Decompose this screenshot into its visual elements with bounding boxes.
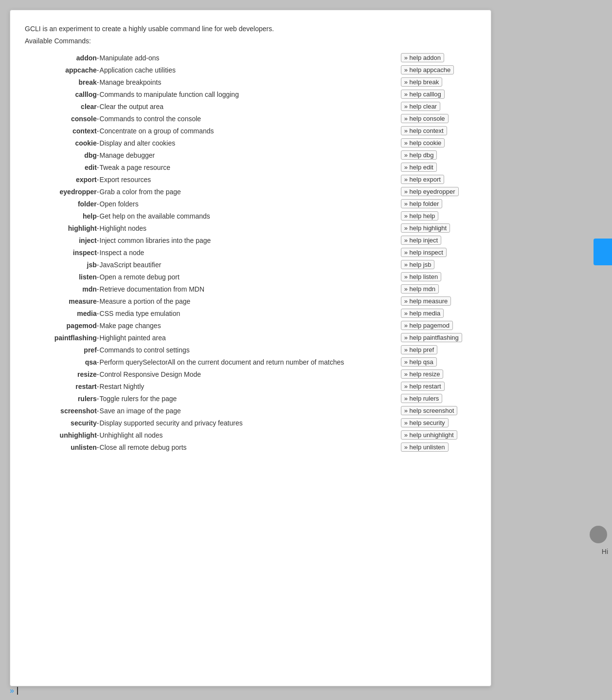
- command-name: addon: [25, 52, 97, 64]
- command-name: inspect: [25, 246, 97, 258]
- command-help-link[interactable]: » help unlisten: [401, 442, 449, 452]
- command-help-link[interactable]: » help resize: [401, 369, 444, 379]
- command-help-link[interactable]: » help media: [401, 309, 444, 318]
- command-name: help: [25, 210, 97, 222]
- command-name: console: [25, 112, 97, 125]
- table-row: media-CSS media type emulation» help med…: [25, 307, 476, 319]
- command-help-link[interactable]: » help jsb: [401, 260, 435, 269]
- command-help-link[interactable]: » help screenshot: [401, 406, 458, 415]
- command-name: clear: [25, 100, 97, 112]
- command-description: Retrieve documentation from MDN: [100, 283, 401, 295]
- command-name: qsa: [25, 356, 97, 368]
- command-description: Highlight nodes: [100, 222, 401, 234]
- command-help-link[interactable]: » help inspect: [401, 248, 447, 257]
- command-help-cell: » help unlisten: [401, 441, 476, 453]
- table-row: export-Export resources» help export: [25, 173, 476, 185]
- command-description: Save an image of the page: [100, 405, 401, 417]
- command-help-link[interactable]: » help calllog: [401, 90, 445, 99]
- blue-tab: [594, 239, 612, 265]
- command-help-cell: » help dbg: [401, 149, 476, 161]
- command-name: edit: [25, 161, 97, 173]
- table-row: pref-Commands to control settings» help …: [25, 344, 476, 356]
- table-row: calllog-Commands to manipulate function …: [25, 88, 476, 100]
- command-help-cell: » help context: [401, 125, 476, 137]
- command-help-link[interactable]: » help clear: [401, 102, 440, 111]
- command-help-link[interactable]: » help qsa: [401, 357, 437, 367]
- table-row: rulers-Toggle rulers for the page» help …: [25, 392, 476, 405]
- command-description: Unhighlight all nodes: [100, 429, 401, 441]
- command-name: break: [25, 76, 97, 88]
- command-description: Control Responsive Design Mode: [100, 368, 401, 380]
- cursor: [17, 687, 18, 695]
- table-row: unhighlight-Unhighlight all nodes» help …: [25, 429, 476, 441]
- command-help-link[interactable]: » help restart: [401, 382, 445, 391]
- command-help-cell: » help export: [401, 173, 476, 185]
- command-description: Measure a portion of the page: [100, 295, 401, 307]
- command-help-link[interactable]: » help folder: [401, 199, 443, 208]
- table-row: break-Manage breakpoints» help break: [25, 76, 476, 88]
- table-row: unlisten-Close all remote debug ports» h…: [25, 441, 476, 453]
- command-name: mdn: [25, 283, 97, 295]
- table-row: inject-Inject common libraries into the …: [25, 234, 476, 246]
- command-help-link[interactable]: » help context: [401, 126, 447, 135]
- command-help-link[interactable]: » help appcache: [401, 65, 454, 74]
- command-description: Inspect a node: [100, 246, 401, 258]
- command-description: Grab a color from the page: [100, 185, 401, 198]
- main-panel: GCLI is an experiment to create a highly…: [10, 10, 491, 686]
- table-row: console-Commands to control the console»…: [25, 112, 476, 125]
- command-help-link[interactable]: » help console: [401, 114, 449, 123]
- command-help-cell: » help cookie: [401, 137, 476, 149]
- command-description: Close all remote debug ports: [100, 441, 401, 453]
- command-description: JavaScript beautifier: [100, 258, 401, 271]
- command-help-link[interactable]: » help inject: [401, 236, 441, 245]
- command-help-link[interactable]: » help listen: [401, 272, 441, 281]
- table-row: measure-Measure a portion of the page» h…: [25, 295, 476, 307]
- command-help-link[interactable]: » help rulers: [401, 394, 443, 403]
- table-row: edit-Tweak a page resource» help edit: [25, 161, 476, 173]
- command-help-link[interactable]: » help security: [401, 418, 449, 427]
- command-help-link[interactable]: » help unhighlight: [401, 430, 457, 440]
- table-row: security-Display supported security and …: [25, 417, 476, 429]
- command-help-cell: » help pref: [401, 344, 476, 356]
- command-help-cell: » help appcache: [401, 64, 476, 76]
- command-help-link[interactable]: » help eyedropper: [401, 187, 459, 196]
- table-row: mdn-Retrieve documentation from MDN» hel…: [25, 283, 476, 295]
- command-help-cell: » help pagemod: [401, 319, 476, 332]
- command-help-cell: » help resize: [401, 368, 476, 380]
- table-row: appcache-Application cache utilities» he…: [25, 64, 476, 76]
- command-name: inject: [25, 234, 97, 246]
- command-help-link[interactable]: » help break: [401, 77, 443, 87]
- command-name: cookie: [25, 137, 97, 149]
- command-help-link[interactable]: » help dbg: [401, 150, 437, 160]
- command-description: Concentrate on a group of commands: [100, 125, 401, 137]
- command-help-link[interactable]: » help paintflashing: [401, 333, 462, 342]
- command-name: pref: [25, 344, 97, 356]
- command-description: Restart Nightly: [100, 380, 401, 392]
- command-description: Open a remote debug port: [100, 271, 401, 283]
- command-help-link[interactable]: » help edit: [401, 163, 437, 172]
- command-help-link[interactable]: » help mdn: [401, 284, 439, 294]
- command-description: Highlight painted area: [100, 332, 401, 344]
- command-help-link[interactable]: » help help: [401, 211, 439, 221]
- command-help-link[interactable]: » help measure: [401, 296, 451, 306]
- command-description: Clear the output area: [100, 100, 401, 112]
- command-help-link[interactable]: » help highlight: [401, 223, 450, 233]
- table-row: eyedropper-Grab a color from the page» h…: [25, 185, 476, 198]
- command-help-link[interactable]: » help cookie: [401, 138, 445, 147]
- command-help-cell: » help console: [401, 112, 476, 125]
- command-help-link[interactable]: » help pagemod: [401, 321, 453, 330]
- table-row: qsa-Perform querySelectorAll on the curr…: [25, 356, 476, 368]
- command-help-link[interactable]: » help addon: [401, 53, 444, 62]
- command-help-link[interactable]: » help export: [401, 175, 444, 184]
- command-name: unlisten: [25, 441, 97, 453]
- command-name: screenshot: [25, 405, 97, 417]
- table-row: paintflashing-Highlight painted area» he…: [25, 332, 476, 344]
- command-help-cell: » help inject: [401, 234, 476, 246]
- command-description: CSS media type emulation: [100, 307, 401, 319]
- command-help-cell: » help mdn: [401, 283, 476, 295]
- command-help-cell: » help folder: [401, 198, 476, 210]
- table-row: dbg-Manage debugger» help dbg: [25, 149, 476, 161]
- table-row: screenshot-Save an image of the page» he…: [25, 405, 476, 417]
- command-help-cell: » help paintflashing: [401, 332, 476, 344]
- command-help-link[interactable]: » help pref: [401, 345, 437, 354]
